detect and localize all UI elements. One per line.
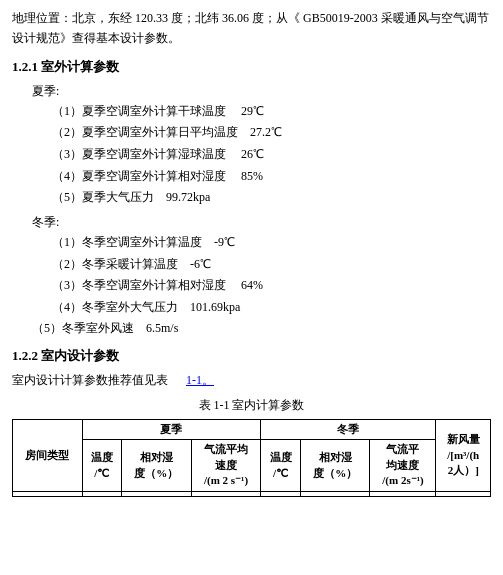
winter-param-3: （3）冬季空调室外计算相对湿度 64% [52, 275, 491, 297]
table-ref-label: 室内设计计算参数推荐值见表 [12, 373, 168, 387]
summer-param-2: （2）夏季空调室外计算日平均温度 27.2℃ [52, 122, 491, 144]
section-121: 1.2.1 室外计算参数 夏季: （1）夏季空调室外计算干球温度 29℃ （2）… [12, 57, 491, 340]
cell-winter-humidity [300, 491, 370, 496]
section-121-title: 1.2.1 室外计算参数 [12, 57, 491, 78]
col-winter-humidity: 相对湿度（%） [300, 440, 370, 491]
table-row [13, 491, 491, 496]
section-122-title: 1.2.2 室内设计参数 [12, 346, 491, 367]
winter-param-2: （2）冬季采暖计算温度 -6℃ [52, 254, 491, 276]
cell-summer-airflow [191, 491, 261, 496]
winter-param-4: （4）冬季室外大气压力 101.69kpa [52, 297, 491, 319]
indoor-params-table: 房间类型 夏季 冬季 新风量/[m³/(h2人）] 温度/℃ 相对湿度（%） 气… [12, 419, 491, 497]
summer-param-1: （1）夏季空调室外计算干球温度 29℃ [52, 101, 491, 123]
location-section: 地理位置：北京，东经 120.33 度；北纬 36.06 度；从《 GB5001… [12, 8, 491, 49]
cell-winter-temp [261, 491, 301, 496]
col-summer-temp: 温度/℃ [82, 440, 122, 491]
cell-summer-humidity [122, 491, 192, 496]
table-ref-text: 室内设计计算参数推荐值见表 1-1。 [12, 371, 491, 390]
col-winter-header: 冬季 [261, 420, 436, 440]
col-summer-header: 夏季 [82, 420, 261, 440]
cell-room-type [13, 491, 83, 496]
col-summer-humidity: 相对湿度（%） [122, 440, 192, 491]
table-caption: 表 1-1 室内计算参数 [12, 396, 491, 415]
col-room-type: 房间类型 [13, 420, 83, 492]
cell-fresh-air [436, 491, 491, 496]
wind-param: （5）冬季室外风速 6.5m/s [32, 318, 491, 340]
cell-winter-airflow [370, 491, 436, 496]
col-winter-temp: 温度/℃ [261, 440, 301, 491]
winter-params: （1）冬季空调室外计算温度 -9℃ （2）冬季采暖计算温度 -6℃ （3）冬季空… [12, 232, 491, 318]
cell-summer-temp [82, 491, 122, 496]
winter-param-1: （1）冬季空调室外计算温度 -9℃ [52, 232, 491, 254]
location-text: 地理位置：北京，东经 120.33 度；北纬 36.06 度；从《 GB5001… [12, 8, 491, 49]
summer-param-3: （3）夏季空调室外计算湿球温度 26℃ [52, 144, 491, 166]
section-122: 1.2.2 室内设计参数 室内设计计算参数推荐值见表 1-1。 表 1-1 室内… [12, 346, 491, 497]
col-summer-airflow: 气流平均速度/(m 2 s⁻¹) [191, 440, 261, 491]
summer-params: （1）夏季空调室外计算干球温度 29℃ （2）夏季空调室外计算日平均温度 27.… [12, 101, 491, 209]
summer-label: 夏季: [32, 82, 491, 101]
col-fresh-air: 新风量/[m³/(h2人）] [436, 420, 491, 492]
summer-param-5: （5）夏季大气压力 99.72kpa [52, 187, 491, 209]
col-winter-airflow: 气流平均速度/(m 2s⁻¹) [370, 440, 436, 491]
winter-label: 冬季: [32, 213, 491, 232]
table-ref-link[interactable]: 1-1。 [186, 373, 214, 387]
summer-param-4: （4）夏季空调室外计算相对湿度 85% [52, 166, 491, 188]
